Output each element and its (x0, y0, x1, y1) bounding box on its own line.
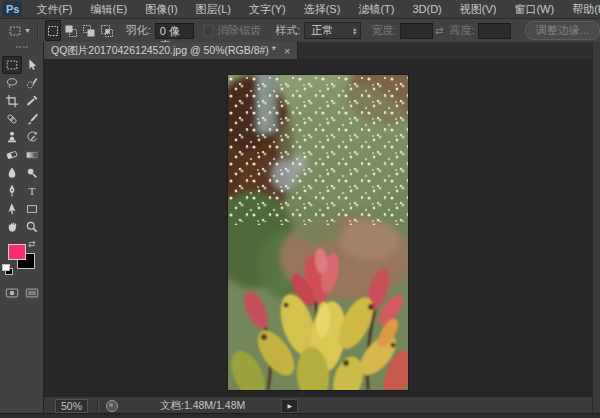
menu-filter[interactable]: 滤镜(T) (349, 0, 403, 18)
chevron-down-icon: ▼ (24, 27, 31, 34)
new-selection-button[interactable] (45, 20, 61, 41)
tool-preset-picker[interactable]: ▼ (7, 23, 32, 39)
zoom-level-field[interactable]: 50% (55, 399, 88, 413)
blur-tool[interactable] (2, 164, 22, 182)
antialias-label: 消除锯齿 (217, 23, 261, 38)
height-input (478, 23, 511, 39)
photoshop-window: Ps 文件(F) 编辑(E) 图像(I) 图层(L) 文字(Y) 选择(S) 滤… (0, 0, 600, 418)
dodge-tool[interactable] (22, 164, 42, 182)
menu-image[interactable]: 图像(I) (136, 0, 186, 18)
color-swatches: ⇄ (0, 242, 43, 278)
foreground-color-swatch[interactable] (8, 244, 26, 260)
eraser-icon (5, 148, 19, 162)
status-badge-icon (106, 400, 118, 412)
marquee-preset-icon (8, 24, 22, 38)
document-tab-bar: QQ图片20170426124520.jpg @ 50%(RGB/8#) * × (44, 42, 592, 60)
history-brush-icon (25, 130, 39, 144)
menu-bar: Ps 文件(F) 编辑(E) 图像(I) 图层(L) 文字(Y) 选择(S) 滤… (0, 0, 600, 19)
menu-edit[interactable]: 编辑(E) (82, 0, 137, 18)
zoom-tool[interactable] (22, 218, 42, 236)
document-tab[interactable]: QQ图片20170426124520.jpg @ 50%(RGB/8#) * × (44, 42, 298, 59)
brush-tool[interactable] (22, 110, 42, 128)
type-icon: T (25, 184, 39, 198)
quick-selection-icon (25, 76, 39, 90)
default-colors-icon[interactable] (2, 264, 12, 274)
eraser-tool[interactable] (2, 146, 22, 164)
tab-close-icon[interactable]: × (284, 46, 290, 56)
tool-options-bar: ▼ 羽化: 0 像素 消除锯齿 样式: 正常 ▲▼ 宽度: ⇄ 高度: 调整边缘… (0, 19, 600, 43)
gradient-tool[interactable] (22, 146, 42, 164)
quick-mask-button[interactable] (5, 286, 19, 300)
new-selection-icon (46, 24, 60, 38)
menu-view[interactable]: 视图(V) (451, 0, 506, 18)
menu-help[interactable]: 帮助(H) (563, 0, 600, 18)
subtract-selection-button[interactable] (81, 20, 97, 41)
gradient-icon (25, 148, 39, 162)
toolbox-panel: T ⇄ (0, 42, 44, 413)
subtract-selection-icon (82, 24, 96, 38)
eyedropper-tool[interactable] (22, 92, 42, 110)
crop-tool[interactable] (2, 92, 22, 110)
style-label: 样式: (275, 23, 300, 38)
document-size-info: 文档:1.48M/1.48M (160, 399, 245, 413)
history-brush-tool[interactable] (22, 128, 42, 146)
healing-brush-tool[interactable] (2, 110, 22, 128)
open-image[interactable] (228, 75, 408, 390)
rectangle-icon (25, 202, 39, 216)
eyedropper-icon (25, 94, 39, 108)
clone-stamp-tool[interactable] (2, 128, 22, 146)
pen-icon (5, 184, 19, 198)
move-icon (25, 58, 39, 72)
rectangular-marquee-tool[interactable] (2, 56, 22, 74)
canvas-area[interactable] (44, 59, 592, 396)
status-options-button[interactable]: ▶ (281, 399, 298, 413)
magnifier-icon (25, 220, 39, 234)
move-tool[interactable] (22, 56, 42, 74)
menu-type[interactable]: 文字(Y) (240, 0, 295, 18)
type-tool[interactable]: T (22, 182, 42, 200)
antialias-checkbox (204, 25, 213, 37)
toolbox-grip[interactable] (0, 42, 43, 51)
ps-logo: Ps (3, 1, 22, 17)
menu-layer[interactable]: 图层(L) (187, 0, 240, 18)
screen-mode-button[interactable] (25, 286, 39, 300)
refine-edge-button: 调整边缘... (525, 21, 600, 40)
menu-window[interactable]: 窗口(W) (505, 0, 563, 18)
width-input (400, 23, 433, 39)
intersect-selection-icon (100, 24, 114, 38)
hand-tool[interactable] (2, 218, 22, 236)
svg-text:T: T (28, 185, 35, 197)
photo-plants (228, 75, 408, 390)
quick-selection-tool[interactable] (22, 74, 42, 92)
rectangle-shape-tool[interactable] (22, 200, 42, 218)
feather-input[interactable]: 0 像素 (155, 23, 195, 39)
water-drop-icon (5, 166, 19, 180)
lasso-tool[interactable] (2, 74, 22, 92)
path-selection-icon (5, 202, 19, 216)
window-edge (0, 413, 600, 418)
width-label: 宽度: (371, 23, 396, 38)
screen-mode-icon (25, 286, 39, 300)
pen-tool[interactable] (2, 182, 22, 200)
dodge-icon (25, 166, 39, 180)
menu-3d[interactable]: 3D(D) (403, 0, 450, 18)
brush-icon (25, 112, 39, 126)
crop-icon (5, 94, 19, 108)
menu-file[interactable]: 文件(F) (27, 0, 81, 18)
add-selection-button[interactable] (63, 20, 79, 41)
healing-brush-icon (5, 112, 19, 126)
path-selection-tool[interactable] (2, 200, 22, 218)
lasso-icon (5, 76, 19, 90)
feather-label: 羽化: (126, 23, 151, 38)
swap-colors-icon[interactable]: ⇄ (28, 239, 36, 249)
add-selection-icon (64, 24, 78, 38)
marquee-icon (5, 58, 19, 72)
document-tab-title: QQ图片20170426124520.jpg @ 50%(RGB/8#) * (51, 44, 276, 58)
quick-mask-icon (5, 286, 19, 300)
clone-stamp-icon (5, 130, 19, 144)
hand-icon (5, 220, 19, 234)
panel-dock-edge[interactable] (592, 42, 600, 413)
menu-select[interactable]: 选择(S) (295, 0, 350, 18)
intersect-selection-button[interactable] (99, 20, 115, 41)
style-select[interactable]: 正常 ▲▼ (304, 22, 361, 39)
